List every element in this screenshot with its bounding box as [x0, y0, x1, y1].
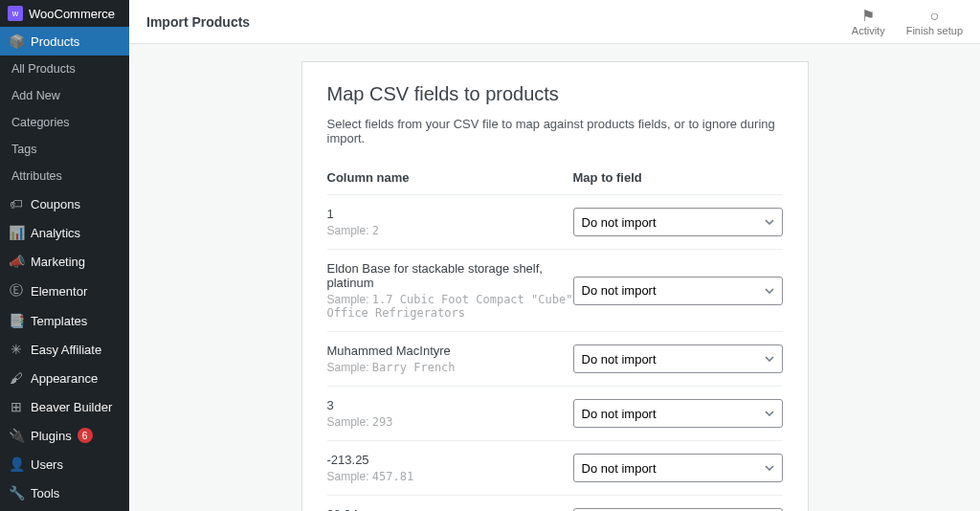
sidebar-item-easy-affiliate[interactable]: ✳Easy Affiliate	[0, 335, 129, 364]
mapping-row: 3Sample: 293Do not import	[327, 387, 783, 441]
sidebar-item-marketing[interactable]: 📣Marketing	[0, 247, 129, 276]
beaver-builder-icon: ⊞	[8, 399, 25, 414]
sidebar-sub-attributes[interactable]: Attributes	[0, 163, 129, 189]
column-sample: Sample: 457.81	[327, 470, 573, 483]
mapping-table: Column name Map to field 1Sample: 2Do no…	[327, 163, 783, 511]
column-header-name: Column name	[327, 163, 573, 195]
column-sample: Sample: 1.7 Cubic Foot Compact "Cube" Of…	[327, 293, 573, 320]
plugins-icon: 🔌	[8, 428, 25, 443]
map-field-select[interactable]: Do not import	[573, 344, 783, 373]
appearance-icon: 🖌	[8, 370, 25, 386]
activity-button[interactable]: ⚑ Activity	[852, 8, 885, 36]
column-name: 38.94	[327, 507, 573, 511]
brand-label: WooCommerce	[29, 7, 115, 21]
finish-setup-button[interactable]: ○ Finish setup	[906, 8, 963, 36]
coupons-icon: 🏷	[8, 196, 25, 211]
sidebar-item-users[interactable]: 👤Users	[0, 450, 129, 478]
sidebar-item-settings[interactable]: ⚙Settings	[0, 507, 129, 511]
map-field-select[interactable]: Do not import	[573, 277, 783, 305]
mapping-row: 1Sample: 2Do not import	[327, 195, 783, 250]
flag-icon: ⚑	[852, 8, 885, 25]
map-field-select[interactable]: Do not import	[573, 399, 783, 428]
top-bar: Import Products ⚑ Activity ○ Finish setu…	[129, 0, 980, 44]
column-sample: Sample: 293	[327, 415, 573, 429]
sidebar-item-plugins[interactable]: 🔌Plugins6	[0, 421, 129, 450]
marketing-icon: 📣	[8, 254, 25, 269]
mapping-row: Eldon Base for stackable storage shelf, …	[327, 250, 783, 332]
sidebar-item-analytics[interactable]: 📊Analytics	[0, 218, 129, 247]
sidebar-item-coupons[interactable]: 🏷Coupons	[0, 189, 129, 218]
circle-icon: ○	[906, 8, 963, 25]
easy-affiliate-icon: ✳	[8, 342, 25, 357]
map-field-select[interactable]: Do not import	[573, 454, 783, 482]
users-icon: 👤	[8, 456, 25, 472]
update-badge: 6	[78, 428, 93, 443]
column-name: Eldon Base for stackable storage shelf, …	[327, 261, 573, 290]
column-sample: Sample: Barry French	[327, 361, 573, 374]
map-field-select[interactable]: Do not import	[573, 208, 783, 236]
panel-description: Select fields from your CSV file to map …	[327, 117, 783, 145]
column-name: -213.25	[327, 453, 573, 467]
sidebar-item-templates[interactable]: 📑Templates	[0, 306, 129, 335]
analytics-icon: 📊	[8, 225, 25, 240]
sidebar-sub-tags[interactable]: Tags	[0, 136, 129, 163]
sidebar-item-products[interactable]: 📦 Products	[0, 27, 129, 56]
sidebar-sub-categories[interactable]: Categories	[0, 109, 129, 136]
column-header-map: Map to field	[573, 163, 783, 195]
column-name: 1	[327, 207, 573, 221]
mapping-row: Muhammed MacIntyreSample: Barry FrenchDo…	[327, 332, 783, 387]
sidebar-sub-add-new[interactable]: Add New	[0, 82, 129, 109]
page-title: Import Products	[146, 14, 250, 30]
elementor-icon: Ⓔ	[8, 282, 25, 300]
sidebar-brand[interactable]: w WooCommerce	[0, 0, 129, 27]
panel-heading: Map CSV fields to products	[327, 83, 783, 105]
mapping-row: -213.25Sample: 457.81Do not import	[327, 441, 783, 496]
products-icon: 📦	[8, 33, 25, 49]
woocommerce-icon: w	[8, 6, 23, 21]
sidebar-item-elementor[interactable]: ⒺElementor	[0, 276, 129, 306]
mapping-row: 38.94Sample: 208.16Do not import	[327, 496, 783, 512]
tools-icon: 🔧	[8, 485, 25, 500]
sidebar-sub-all-products[interactable]: All Products	[0, 56, 129, 82]
column-name: Muhammed MacIntyre	[327, 344, 573, 358]
admin-sidebar: w WooCommerce 📦 Products All Products Ad…	[0, 0, 129, 511]
import-mapping-panel: Map CSV fields to products Select fields…	[301, 61, 809, 511]
templates-icon: 📑	[8, 313, 25, 328]
sidebar-item-tools[interactable]: 🔧Tools	[0, 478, 129, 507]
column-sample: Sample: 2	[327, 224, 573, 237]
main-area: Import Products ⚑ Activity ○ Finish setu…	[129, 0, 980, 511]
column-name: 3	[327, 398, 573, 412]
sidebar-item-beaver-builder[interactable]: ⊞Beaver Builder	[0, 392, 129, 421]
sidebar-item-appearance[interactable]: 🖌Appearance	[0, 364, 129, 392]
